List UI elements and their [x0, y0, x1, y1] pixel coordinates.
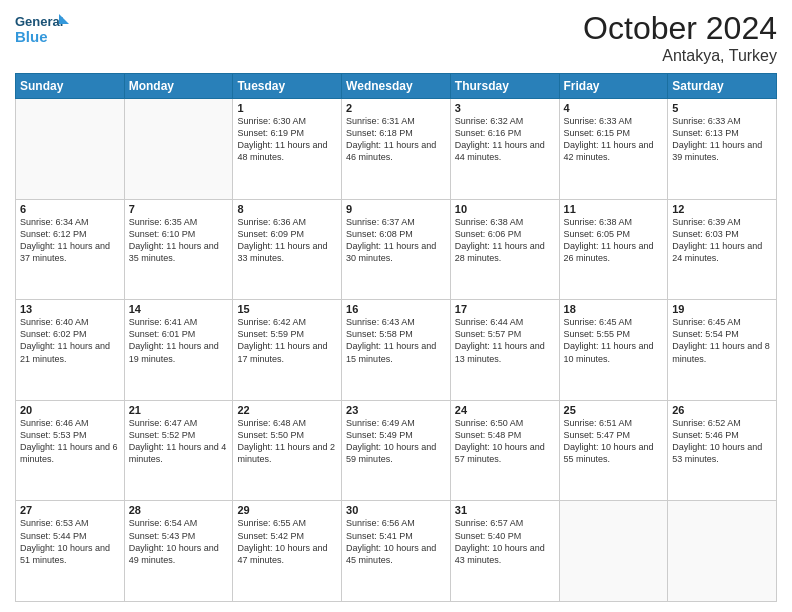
- calendar-cell: 21Sunrise: 6:47 AM Sunset: 5:52 PM Dayli…: [124, 400, 233, 501]
- calendar-cell: 23Sunrise: 6:49 AM Sunset: 5:49 PM Dayli…: [342, 400, 451, 501]
- day-info: Sunrise: 6:45 AM Sunset: 5:54 PM Dayligh…: [672, 316, 772, 365]
- location-subtitle: Antakya, Turkey: [583, 47, 777, 65]
- day-number: 5: [672, 102, 772, 114]
- day-number: 23: [346, 404, 446, 416]
- day-number: 2: [346, 102, 446, 114]
- day-number: 25: [564, 404, 664, 416]
- calendar-cell: 28Sunrise: 6:54 AM Sunset: 5:43 PM Dayli…: [124, 501, 233, 602]
- month-year-title: October 2024: [583, 10, 777, 47]
- day-number: 30: [346, 504, 446, 516]
- day-info: Sunrise: 6:46 AM Sunset: 5:53 PM Dayligh…: [20, 417, 120, 466]
- day-info: Sunrise: 6:56 AM Sunset: 5:41 PM Dayligh…: [346, 517, 446, 566]
- day-info: Sunrise: 6:34 AM Sunset: 6:12 PM Dayligh…: [20, 216, 120, 265]
- calendar-cell: 24Sunrise: 6:50 AM Sunset: 5:48 PM Dayli…: [450, 400, 559, 501]
- calendar-cell: 30Sunrise: 6:56 AM Sunset: 5:41 PM Dayli…: [342, 501, 451, 602]
- day-info: Sunrise: 6:43 AM Sunset: 5:58 PM Dayligh…: [346, 316, 446, 365]
- day-info: Sunrise: 6:33 AM Sunset: 6:15 PM Dayligh…: [564, 115, 664, 164]
- day-info: Sunrise: 6:36 AM Sunset: 6:09 PM Dayligh…: [237, 216, 337, 265]
- day-of-week-header: Friday: [559, 74, 668, 99]
- day-number: 24: [455, 404, 555, 416]
- day-info: Sunrise: 6:37 AM Sunset: 6:08 PM Dayligh…: [346, 216, 446, 265]
- calendar-cell: 12Sunrise: 6:39 AM Sunset: 6:03 PM Dayli…: [668, 199, 777, 300]
- calendar-body: 1Sunrise: 6:30 AM Sunset: 6:19 PM Daylig…: [16, 99, 777, 602]
- day-number: 20: [20, 404, 120, 416]
- day-number: 8: [237, 203, 337, 215]
- day-info: Sunrise: 6:45 AM Sunset: 5:55 PM Dayligh…: [564, 316, 664, 365]
- day-info: Sunrise: 6:52 AM Sunset: 5:46 PM Dayligh…: [672, 417, 772, 466]
- day-number: 17: [455, 303, 555, 315]
- calendar-cell: 10Sunrise: 6:38 AM Sunset: 6:06 PM Dayli…: [450, 199, 559, 300]
- day-info: Sunrise: 6:38 AM Sunset: 6:06 PM Dayligh…: [455, 216, 555, 265]
- calendar-week-row: 1Sunrise: 6:30 AM Sunset: 6:19 PM Daylig…: [16, 99, 777, 200]
- calendar-week-row: 20Sunrise: 6:46 AM Sunset: 5:53 PM Dayli…: [16, 400, 777, 501]
- day-of-week-header: Monday: [124, 74, 233, 99]
- day-number: 14: [129, 303, 229, 315]
- day-info: Sunrise: 6:30 AM Sunset: 6:19 PM Dayligh…: [237, 115, 337, 164]
- calendar-cell: [668, 501, 777, 602]
- calendar-cell: 17Sunrise: 6:44 AM Sunset: 5:57 PM Dayli…: [450, 300, 559, 401]
- day-info: Sunrise: 6:49 AM Sunset: 5:49 PM Dayligh…: [346, 417, 446, 466]
- calendar-week-row: 27Sunrise: 6:53 AM Sunset: 5:44 PM Dayli…: [16, 501, 777, 602]
- day-info: Sunrise: 6:42 AM Sunset: 5:59 PM Dayligh…: [237, 316, 337, 365]
- svg-marker-2: [59, 14, 69, 24]
- day-number: 19: [672, 303, 772, 315]
- day-info: Sunrise: 6:31 AM Sunset: 6:18 PM Dayligh…: [346, 115, 446, 164]
- day-info: Sunrise: 6:57 AM Sunset: 5:40 PM Dayligh…: [455, 517, 555, 566]
- calendar-cell: 18Sunrise: 6:45 AM Sunset: 5:55 PM Dayli…: [559, 300, 668, 401]
- day-info: Sunrise: 6:51 AM Sunset: 5:47 PM Dayligh…: [564, 417, 664, 466]
- day-number: 4: [564, 102, 664, 114]
- calendar-cell: [559, 501, 668, 602]
- day-number: 6: [20, 203, 120, 215]
- calendar-cell: 14Sunrise: 6:41 AM Sunset: 6:01 PM Dayli…: [124, 300, 233, 401]
- calendar-cell: 4Sunrise: 6:33 AM Sunset: 6:15 PM Daylig…: [559, 99, 668, 200]
- day-number: 12: [672, 203, 772, 215]
- calendar-cell: 22Sunrise: 6:48 AM Sunset: 5:50 PM Dayli…: [233, 400, 342, 501]
- calendar-header-row: SundayMondayTuesdayWednesdayThursdayFrid…: [16, 74, 777, 99]
- calendar-cell: 15Sunrise: 6:42 AM Sunset: 5:59 PM Dayli…: [233, 300, 342, 401]
- calendar-cell: 7Sunrise: 6:35 AM Sunset: 6:10 PM Daylig…: [124, 199, 233, 300]
- day-number: 16: [346, 303, 446, 315]
- day-info: Sunrise: 6:38 AM Sunset: 6:05 PM Dayligh…: [564, 216, 664, 265]
- day-number: 29: [237, 504, 337, 516]
- day-number: 28: [129, 504, 229, 516]
- calendar-cell: 25Sunrise: 6:51 AM Sunset: 5:47 PM Dayli…: [559, 400, 668, 501]
- calendar-cell: 8Sunrise: 6:36 AM Sunset: 6:09 PM Daylig…: [233, 199, 342, 300]
- svg-text:Blue: Blue: [15, 28, 48, 45]
- day-info: Sunrise: 6:55 AM Sunset: 5:42 PM Dayligh…: [237, 517, 337, 566]
- day-number: 1: [237, 102, 337, 114]
- day-number: 3: [455, 102, 555, 114]
- day-info: Sunrise: 6:39 AM Sunset: 6:03 PM Dayligh…: [672, 216, 772, 265]
- calendar-cell: 13Sunrise: 6:40 AM Sunset: 6:02 PM Dayli…: [16, 300, 125, 401]
- day-info: Sunrise: 6:35 AM Sunset: 6:10 PM Dayligh…: [129, 216, 229, 265]
- day-of-week-header: Sunday: [16, 74, 125, 99]
- calendar-cell: [16, 99, 125, 200]
- calendar-header: SundayMondayTuesdayWednesdayThursdayFrid…: [16, 74, 777, 99]
- day-info: Sunrise: 6:40 AM Sunset: 6:02 PM Dayligh…: [20, 316, 120, 365]
- calendar-cell: 6Sunrise: 6:34 AM Sunset: 6:12 PM Daylig…: [16, 199, 125, 300]
- title-block: October 2024 Antakya, Turkey: [583, 10, 777, 65]
- day-number: 15: [237, 303, 337, 315]
- day-of-week-header: Wednesday: [342, 74, 451, 99]
- page: General Blue October 2024 Antakya, Turke…: [0, 0, 792, 612]
- day-number: 22: [237, 404, 337, 416]
- day-info: Sunrise: 6:50 AM Sunset: 5:48 PM Dayligh…: [455, 417, 555, 466]
- calendar-cell: 29Sunrise: 6:55 AM Sunset: 5:42 PM Dayli…: [233, 501, 342, 602]
- day-number: 21: [129, 404, 229, 416]
- calendar-cell: 20Sunrise: 6:46 AM Sunset: 5:53 PM Dayli…: [16, 400, 125, 501]
- day-number: 11: [564, 203, 664, 215]
- day-info: Sunrise: 6:53 AM Sunset: 5:44 PM Dayligh…: [20, 517, 120, 566]
- day-info: Sunrise: 6:32 AM Sunset: 6:16 PM Dayligh…: [455, 115, 555, 164]
- calendar-cell: 1Sunrise: 6:30 AM Sunset: 6:19 PM Daylig…: [233, 99, 342, 200]
- calendar-cell: [124, 99, 233, 200]
- calendar-cell: 26Sunrise: 6:52 AM Sunset: 5:46 PM Dayli…: [668, 400, 777, 501]
- calendar-cell: 5Sunrise: 6:33 AM Sunset: 6:13 PM Daylig…: [668, 99, 777, 200]
- calendar-week-row: 6Sunrise: 6:34 AM Sunset: 6:12 PM Daylig…: [16, 199, 777, 300]
- day-of-week-header: Tuesday: [233, 74, 342, 99]
- calendar-cell: 27Sunrise: 6:53 AM Sunset: 5:44 PM Dayli…: [16, 501, 125, 602]
- calendar-cell: 2Sunrise: 6:31 AM Sunset: 6:18 PM Daylig…: [342, 99, 451, 200]
- calendar-cell: 11Sunrise: 6:38 AM Sunset: 6:05 PM Dayli…: [559, 199, 668, 300]
- day-number: 27: [20, 504, 120, 516]
- logo-svg: General Blue: [15, 10, 70, 50]
- header: General Blue October 2024 Antakya, Turke…: [15, 10, 777, 65]
- calendar-cell: 9Sunrise: 6:37 AM Sunset: 6:08 PM Daylig…: [342, 199, 451, 300]
